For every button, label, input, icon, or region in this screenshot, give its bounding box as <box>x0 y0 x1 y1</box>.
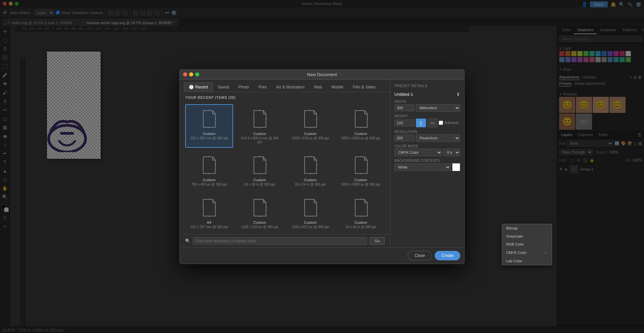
dialog-title-bar: New Document <box>180 70 464 80</box>
list-item[interactable]: Custom 24 x 36 in @ 300 ppi <box>236 150 284 190</box>
dialog-close-btn[interactable] <box>183 72 187 76</box>
recent-items-header: YOUR RECENT ITEMS (20) <box>180 92 390 102</box>
dropdown-item-lab[interactable]: Lab Color <box>502 257 552 265</box>
landscape-orientation-btn[interactable]: ▭ <box>427 119 437 127</box>
color-mode-label: Color Mode <box>394 144 460 148</box>
color-mode-select[interactable]: Bitmap Grayscale RGB Color CMYK Color La… <box>394 149 442 156</box>
doc-icon-3 <box>301 108 320 130</box>
artboards-checkbox: Artboards <box>439 121 459 125</box>
doc-icon-11 <box>301 197 320 218</box>
list-item[interactable]: Custom 24 x 36 in @ 300 ppi <box>337 193 385 233</box>
doc-name: Custom <box>253 132 266 136</box>
dialog-maximize-btn[interactable] <box>195 72 199 76</box>
doc-icon-7 <box>301 154 320 176</box>
background-color-swatch[interactable] <box>452 163 460 171</box>
doc-name: Custom <box>304 178 317 182</box>
dialog-body: 🕐 Recent Saved Photo Print Art & Illustr… <box>180 80 464 247</box>
background-field-row: White Background Color Transparent <box>394 163 460 171</box>
resolution-field-row: Pixels/Inch Pixels/cm <box>394 134 460 142</box>
list-item[interactable]: Custom 1200 x 627 px @ 300 ppi <box>286 193 334 233</box>
width-field-row: Millimeters Pixels Inches Centimeters <box>394 104 460 112</box>
tab-web[interactable]: Web <box>309 82 327 92</box>
new-document-dialog: New Document 🕐 Recent Saved Photo <box>179 69 465 264</box>
height-field: Height ▯ ▭ Artboards <box>394 114 460 127</box>
dropdown-item-rgb[interactable]: RGB Color <box>502 240 552 248</box>
create-button[interactable]: Create <box>435 251 460 260</box>
doc-icon-2 <box>250 108 269 130</box>
recent-items-grid: Custom 220 x 300 mm @ 300 ppi <box>180 102 390 234</box>
width-label: Width <box>394 100 460 104</box>
list-item[interactable]: Custom 1200 x 628 px @ 300 ppi <box>286 104 334 148</box>
preset-name[interactable]: Untitled-1 <box>394 92 413 97</box>
tab-mobile[interactable]: Mobile <box>327 82 348 92</box>
dialog-left-section: 🕐 Recent Saved Photo Print Art & Illustr… <box>180 80 390 247</box>
doc-name: Custom <box>203 132 215 136</box>
dialog-close-buttons <box>183 72 199 76</box>
search-icon: 🔍 <box>185 239 190 243</box>
resolution-input[interactable] <box>394 135 415 141</box>
dropdown-item-cmyk[interactable]: CMYK Color ✓ <box>502 248 552 257</box>
background-label: Background Contents <box>394 159 460 162</box>
color-mode-field: Color Mode Bitmap Grayscale RGB Color CM… <box>394 144 460 156</box>
artboards-checkbox-input[interactable] <box>439 121 443 125</box>
dialog-nav-tabs: 🕐 Recent Saved Photo Print Art & Illustr… <box>180 80 390 92</box>
resolution-field: Resolution Pixels/Inch Pixels/cm <box>394 130 460 142</box>
tab-film-video[interactable]: Film & Video <box>348 82 380 92</box>
dropdown-item-bitmap[interactable]: Bitmap <box>502 224 552 232</box>
orientation-buttons: ▯ ▭ <box>416 119 437 127</box>
doc-size: 24 x 36 in @ 300 ppi <box>244 183 275 186</box>
doc-size: 786 x 453 px @ 300 ppi <box>191 183 227 186</box>
height-input[interactable] <box>394 120 415 126</box>
doc-name: Custom <box>304 220 317 224</box>
doc-size: 1200 x 628 px @ 300 ppi <box>291 136 329 140</box>
adobe-stock-search-input[interactable] <box>193 237 367 245</box>
color-mode-dropdown: Bitmap Grayscale RGB Color CMYK Color ✓ … <box>502 224 552 265</box>
dropdown-item-grayscale[interactable]: Grayscale <box>502 232 552 240</box>
doc-icon-4 <box>352 108 370 130</box>
save-preset-icon[interactable]: ⬆ <box>456 92 460 97</box>
modal-overlay: New Document 🕐 Recent Saved Photo <box>0 0 644 333</box>
width-unit-select[interactable]: Millimeters Pixels Inches Centimeters <box>416 104 460 112</box>
doc-name: Custom <box>355 220 367 224</box>
list-item[interactable]: A4 210 x 297 mm @ 300 ppi <box>185 193 233 233</box>
doc-size: 220 x 300 mm @ 300 ppi <box>190 136 228 140</box>
background-select[interactable]: White Background Color Transparent <box>394 163 451 171</box>
tab-photo[interactable]: Photo <box>234 82 254 92</box>
doc-size: 5000 x 5000 px @ 300 ppi <box>341 183 380 186</box>
tab-print[interactable]: Print <box>254 82 271 92</box>
doc-name: Custom <box>253 220 266 224</box>
portrait-orientation-btn[interactable]: ▯ <box>416 119 426 127</box>
width-input[interactable] <box>394 105 415 111</box>
dialog-minimize-btn[interactable] <box>189 72 193 76</box>
doc-size: 1185 x 233 px @ 300 ppi <box>241 225 278 229</box>
color-depth-select[interactable]: 8 bit 16 bit 32 bit <box>443 149 460 156</box>
recent-icon: 🕐 <box>189 85 194 89</box>
list-item[interactable]: Custom 786 x 453 px @ 300 ppi <box>185 150 233 190</box>
doc-icon-12 <box>352 197 370 218</box>
doc-icon-5 <box>200 154 218 176</box>
list-item[interactable]: Custom 18 x 24 in @ 300 ppi <box>286 150 334 190</box>
doc-icon-9 <box>200 197 218 218</box>
go-button[interactable]: Go <box>370 237 385 245</box>
close-dialog-button[interactable]: Close <box>408 251 432 260</box>
tab-art-illustration[interactable]: Art & Illustration <box>271 82 309 92</box>
height-orientation-row: ▯ ▭ Artboards <box>394 119 460 127</box>
color-mode-field-row: Bitmap Grayscale RGB Color CMYK Color La… <box>394 149 460 156</box>
artboards-label: Artboards <box>444 121 459 125</box>
checkmark-icon: ✓ <box>544 250 548 255</box>
doc-icon-8 <box>352 154 370 176</box>
tab-saved[interactable]: Saved <box>213 82 234 92</box>
list-item[interactable]: Custom 914.4 x 609.6 mm @ 300 ppi <box>236 104 284 148</box>
list-item[interactable]: Custom 1185 x 233 px @ 300 ppi <box>236 193 284 233</box>
list-item[interactable]: Custom 3000 x 3000 px @ 300 ppi <box>337 104 385 148</box>
doc-size: 210 x 297 mm @ 300 ppi <box>190 225 228 229</box>
list-item[interactable]: Custom 220 x 300 mm @ 300 ppi <box>185 104 233 148</box>
doc-size: 1200 x 627 px @ 300 ppi <box>291 225 329 229</box>
height-label: Height <box>394 114 460 118</box>
resolution-unit-select[interactable]: Pixels/Inch Pixels/cm <box>416 134 460 142</box>
doc-name: Custom <box>355 178 367 182</box>
preset-name-row: Untitled-1 ⬆ <box>394 92 460 97</box>
list-item[interactable]: Custom 5000 x 5000 px @ 300 ppi <box>337 150 385 190</box>
preset-details-panel: PRESET DETAILS Untitled-1 ⬆ Width Millim… <box>390 80 464 247</box>
tab-recent[interactable]: 🕐 Recent <box>184 82 213 92</box>
